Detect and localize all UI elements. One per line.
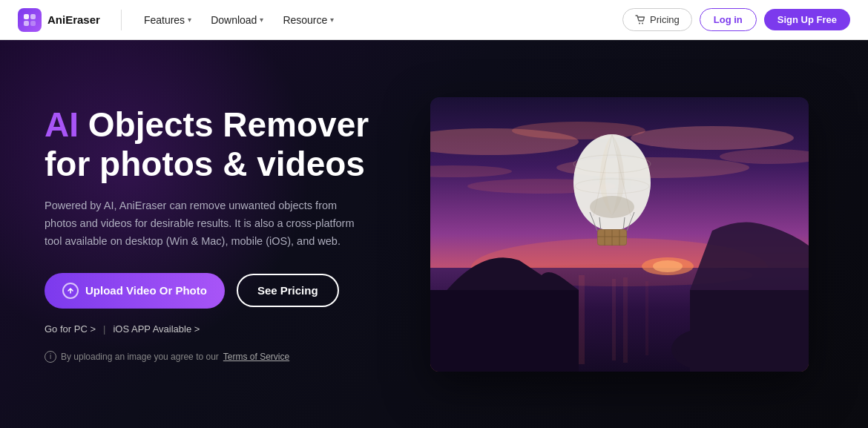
resource-chevron-icon: ▾ <box>330 16 334 24</box>
download-chevron-icon: ▾ <box>260 16 263 24</box>
ios-link[interactable]: iOS APP Available > <box>113 323 200 335</box>
info-icon: i <box>45 351 56 363</box>
svg-rect-2 <box>24 21 29 26</box>
svg-point-8 <box>512 122 645 139</box>
hero-content: AI Objects Removerfor photos & videos Po… <box>45 105 415 363</box>
see-pricing-button[interactable]: See Pricing <box>237 274 339 307</box>
svg-point-4 <box>639 22 640 24</box>
logo-text: AniEraser <box>47 13 100 26</box>
logo-icon <box>18 8 42 32</box>
nav-resource[interactable]: Resource ▾ <box>275 10 341 30</box>
nav-right: Pricing Log in Sign Up Free <box>622 8 850 31</box>
cart-icon <box>635 15 645 25</box>
svg-rect-0 <box>24 14 29 19</box>
svg-rect-1 <box>30 14 36 19</box>
upload-icon <box>62 283 79 299</box>
login-button[interactable]: Log in <box>700 8 757 31</box>
nav-download[interactable]: Download ▾ <box>203 10 271 30</box>
nav-links: Features ▾ Download ▾ Resource ▾ <box>137 10 622 30</box>
svg-rect-20 <box>645 281 648 355</box>
links-separator: | <box>103 323 105 335</box>
hero-section: AI Objects Removerfor photos & videos Po… <box>0 40 868 428</box>
nav-features[interactable]: Features ▾ <box>137 10 199 30</box>
svg-point-25 <box>590 196 634 218</box>
terms-link[interactable]: Terms of Service <box>223 352 289 362</box>
signup-button[interactable]: Sign Up Free <box>764 9 850 30</box>
svg-point-5 <box>642 22 643 24</box>
hero-title-rest: Objects Removerfor photos & videos <box>45 105 369 183</box>
hero-buttons: Upload Video Or Photo See Pricing <box>45 273 415 309</box>
svg-point-9 <box>631 126 794 150</box>
navbar: AniEraser Features ▾ Download ▾ Resource… <box>0 0 868 40</box>
features-chevron-icon: ▾ <box>188 16 191 24</box>
hero-platform-links: Go for PC > | iOS APP Available > <box>45 323 415 335</box>
upload-button[interactable]: Upload Video Or Photo <box>45 273 225 309</box>
hero-image <box>430 97 809 372</box>
svg-rect-3 <box>30 21 36 26</box>
logo[interactable]: AniEraser <box>18 8 100 32</box>
go-pc-link[interactable]: Go for PC > <box>45 323 96 335</box>
pricing-button[interactable]: Pricing <box>622 8 692 31</box>
hero-image-area <box>415 97 823 372</box>
svg-rect-19 <box>623 277 628 363</box>
nav-divider <box>121 10 122 30</box>
svg-rect-18 <box>612 279 616 360</box>
svg-point-23 <box>653 260 683 272</box>
hero-description: Powered by AI, AniEraser can remove unwa… <box>45 197 371 251</box>
scene-illustration <box>430 97 809 372</box>
hero-disclaimer: i By uploading an image you agree to our… <box>45 351 415 363</box>
hero-title: AI Objects Removerfor photos & videos <box>45 105 415 184</box>
svg-rect-17 <box>579 275 585 364</box>
hero-title-ai: AI <box>45 105 79 144</box>
